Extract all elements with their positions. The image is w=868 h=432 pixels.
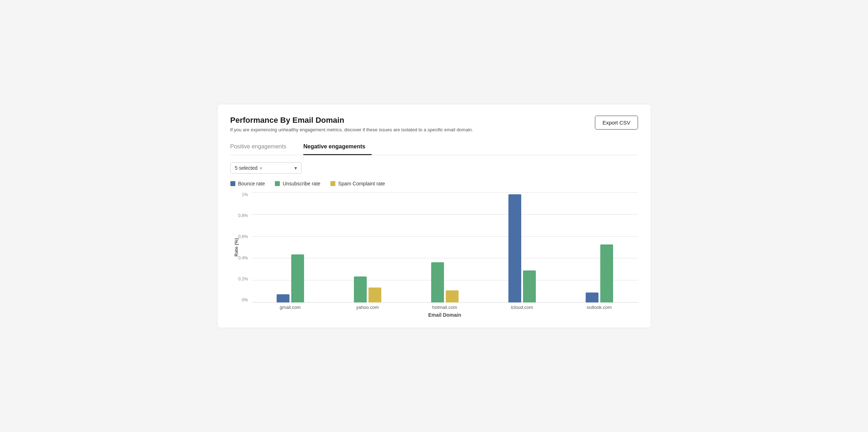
page-subtitle: If you are experiencing unhealthy engage… — [230, 127, 473, 132]
filter-clear-icon[interactable]: × — [260, 165, 262, 171]
domain-group-yahoo — [329, 276, 406, 302]
export-csv-button[interactable]: Export CSV — [595, 116, 638, 130]
y-tick-04percent: 0.4% — [238, 255, 248, 260]
y-tick-0percent: 0% — [242, 297, 248, 302]
domain-group-hotmail — [406, 262, 483, 302]
header-row: Performance By Email Domain If you are e… — [230, 116, 638, 132]
tab-negative-engagements[interactable]: Negative engagements — [303, 140, 372, 155]
legend-unsubscribe-rate: Unsubscribe rate — [275, 181, 320, 186]
spam-rate-color — [330, 181, 335, 186]
x-label-gmail: gmail.com — [252, 305, 329, 310]
chevron-down-icon: ▾ — [294, 165, 297, 171]
filter-row: 5 selected × ▾ — [230, 162, 638, 174]
bars-area — [252, 192, 638, 302]
bar-yahoo-unsubscribe — [354, 276, 367, 302]
bar-gmail-bounce — [277, 294, 289, 302]
y-tick-06percent: 0.6% — [238, 234, 248, 239]
legend-spam-rate: Spam Complaint rate — [330, 181, 385, 186]
domain-group-outlook — [561, 244, 638, 302]
filter-label: 5 selected × — [235, 165, 262, 171]
domain-filter-dropdown[interactable]: 5 selected × ▾ — [230, 162, 302, 174]
x-label-icloud: icloud.com — [483, 305, 561, 310]
unsubscribe-rate-color — [275, 181, 280, 186]
tabs-row: Positive engagements Negative engagement… — [230, 139, 638, 155]
x-axis-labels: gmail.com yahoo.com hotmail.com icloud.c… — [230, 305, 638, 310]
legend-bounce-rate: Bounce rate — [230, 181, 265, 186]
bounce-rate-color — [230, 181, 235, 186]
x-label-outlook: outlook.com — [561, 305, 638, 310]
legend-bounce-rate-label: Bounce rate — [238, 181, 265, 186]
bar-yahoo-spam — [368, 288, 381, 302]
filter-selected-count: 5 selected — [235, 165, 258, 171]
legend-unsubscribe-rate-label: Unsubscribe rate — [283, 181, 320, 186]
tab-positive-engagements[interactable]: Positive engagements — [230, 140, 293, 155]
domain-group-icloud — [483, 194, 561, 302]
legend: Bounce rate Unsubscribe rate Spam Compla… — [230, 181, 638, 186]
title-block: Performance By Email Domain If you are e… — [230, 116, 473, 132]
x-label-hotmail: hotmail.com — [406, 305, 483, 310]
y-tick-08percent: 0.8% — [238, 213, 248, 218]
y-tick-1percent: 1% — [242, 192, 248, 197]
domain-group-gmail — [252, 254, 329, 302]
bar-hotmail-unsubscribe — [431, 262, 444, 302]
bar-outlook-unsubscribe — [600, 244, 613, 302]
bar-icloud-unsubscribe — [523, 270, 536, 302]
x-axis-title: Email Domain — [230, 312, 638, 318]
x-label-yahoo: yahoo.com — [329, 305, 406, 310]
bar-hotmail-spam — [446, 290, 459, 302]
y-axis-rotated-label: Rate (%) — [233, 238, 239, 257]
performance-card: Performance By Email Domain If you are e… — [217, 104, 651, 328]
y-tick-02percent: 0.2% — [238, 276, 248, 281]
bar-outlook-bounce — [586, 293, 598, 302]
legend-spam-rate-label: Spam Complaint rate — [338, 181, 385, 186]
bar-icloud-bounce — [508, 194, 521, 302]
bar-gmail-unsubscribe — [291, 254, 304, 302]
page-title: Performance By Email Domain — [230, 116, 473, 125]
